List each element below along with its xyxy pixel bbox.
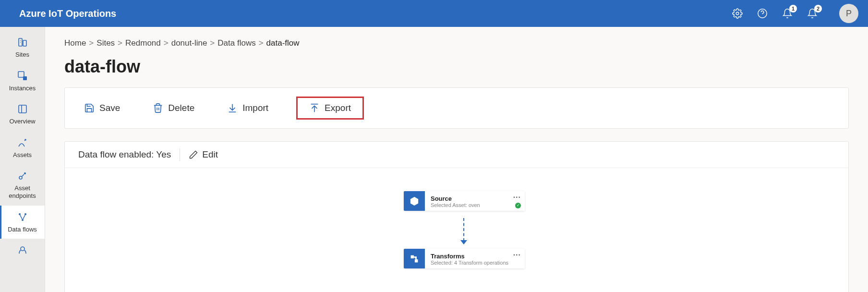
settings-icon[interactable] — [732, 8, 743, 19]
breadcrumb-link[interactable]: donut-line — [171, 38, 207, 48]
export-label: Export — [325, 103, 351, 113]
notifications-icon-2[interactable]: 2 — [807, 8, 818, 19]
sidebar-item-instances[interactable]: Instances — [0, 64, 45, 98]
breadcrumb-link[interactable]: Redmond — [125, 38, 161, 48]
status-bar: Data flow enabled: Yes Edit — [65, 142, 848, 168]
badge-count-1: 1 — [789, 5, 797, 12]
save-label: Save — [99, 103, 120, 113]
svg-rect-7 — [18, 72, 24, 77]
main-content: Home > Sites > Redmond > donut-line > Da… — [45, 27, 868, 292]
notifications-icon-1[interactable]: 1 — [782, 8, 793, 19]
delete-label: Delete — [168, 103, 194, 113]
transform-icon — [404, 249, 425, 268]
topbar-actions: 1 2 P — [732, 4, 858, 23]
pencil-icon — [189, 150, 198, 159]
flow-node-source[interactable]: ··· Source Selected Asset: oven — [404, 191, 525, 211]
import-button[interactable]: Import — [222, 101, 273, 115]
svg-point-0 — [736, 12, 739, 15]
import-label: Import — [242, 103, 268, 113]
trash-icon — [153, 103, 163, 113]
status-ok-icon — [515, 203, 521, 208]
breadcrumb-sep: > — [259, 38, 264, 48]
svg-point-16 — [22, 219, 24, 221]
svg-rect-4 — [23, 40, 26, 46]
sidebar-item-label: Sites — [15, 51, 29, 59]
sidebar-item-more[interactable] — [0, 239, 45, 262]
sidebar-item-asset-endpoints[interactable]: Asset endpoints — [0, 164, 45, 205]
svg-rect-9 — [19, 105, 26, 113]
node-title: Source — [431, 195, 519, 202]
export-button[interactable]: Export — [296, 97, 364, 120]
breadcrumb-current: data-flow — [266, 38, 300, 48]
svg-point-17 — [21, 247, 24, 251]
breadcrumb-sep: > — [164, 38, 169, 48]
node-subtitle: Selected: 4 Transform operations — [431, 260, 519, 266]
flow-connector — [463, 218, 464, 241]
breadcrumb: Home > Sites > Redmond > donut-line > Da… — [64, 38, 849, 48]
sidebar-item-label: Instances — [9, 85, 36, 92]
import-icon — [227, 103, 238, 113]
breadcrumb-link[interactable]: Home — [64, 38, 86, 48]
sidebar-item-label: Overview — [9, 118, 35, 125]
save-button[interactable]: Save — [79, 101, 125, 115]
breadcrumb-link[interactable]: Data flows — [217, 38, 255, 48]
node-subtitle: Selected Asset: oven — [431, 202, 519, 208]
avatar[interactable]: P — [839, 4, 858, 23]
sidebar-item-sites[interactable]: Sites — [0, 31, 45, 64]
page-title: data-flow — [64, 57, 849, 77]
flow-node-transforms[interactable]: ··· Transforms Selected: 4 Transform ope… — [404, 249, 525, 268]
svg-point-13 — [24, 172, 26, 174]
help-icon[interactable] — [757, 8, 768, 19]
sidebar-item-data-flows[interactable]: Data flows — [0, 206, 45, 239]
top-bar: Azure IoT Operations 1 2 P — [0, 0, 868, 27]
node-more-icon[interactable]: ··· — [513, 251, 521, 259]
svg-rect-23 — [415, 259, 418, 262]
breadcrumb-link[interactable]: Sites — [96, 38, 115, 48]
edit-label: Edit — [202, 149, 218, 160]
breadcrumb-sep: > — [118, 38, 122, 48]
sidebar-item-label: Assets — [13, 151, 32, 159]
svg-rect-22 — [411, 256, 413, 258]
export-icon — [309, 103, 320, 113]
node-more-icon[interactable]: ··· — [513, 193, 521, 202]
flow-panel: Data flow enabled: Yes Edit ··· Source — [64, 141, 849, 292]
enabled-status: Data flow enabled: Yes — [78, 149, 171, 160]
edit-button[interactable]: Edit — [189, 149, 218, 160]
flow-canvas[interactable]: ··· Source Selected Asset: oven ··· — [65, 168, 848, 292]
sidebar-item-label: Asset endpoints — [2, 184, 43, 199]
badge-count-2: 2 — [814, 5, 822, 12]
sidebar-item-assets[interactable]: Assets — [0, 131, 45, 165]
arrowhead-icon — [460, 240, 467, 244]
svg-point-15 — [24, 213, 26, 215]
save-icon — [84, 103, 95, 113]
sidebar-item-label: Data flows — [8, 226, 37, 233]
breadcrumb-sep: > — [210, 38, 215, 48]
sidebar-item-overview[interactable]: Overview — [0, 97, 45, 131]
toolbar-panel: Save Delete Import Export — [64, 87, 849, 129]
node-title: Transforms — [431, 253, 519, 260]
delete-button[interactable]: Delete — [148, 101, 199, 115]
svg-point-14 — [19, 213, 21, 215]
sidebar: Sites Instances Overview Assets Asset en… — [0, 27, 45, 292]
divider — [180, 148, 180, 161]
app-title: Azure IoT Operations — [19, 8, 116, 19]
breadcrumb-sep: > — [89, 38, 94, 48]
svg-rect-8 — [23, 76, 27, 80]
cube-icon — [404, 191, 425, 211]
